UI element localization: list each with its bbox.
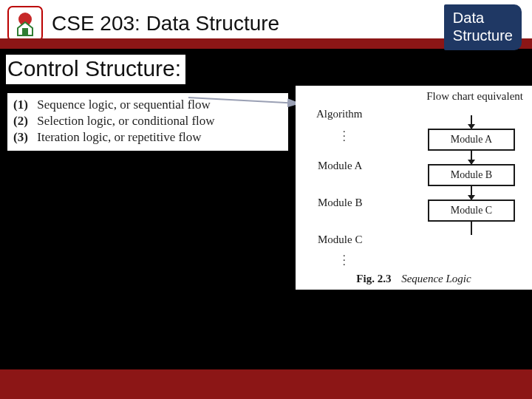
pointer-arrow-icon (188, 95, 307, 111)
flowchart-box: Module B (428, 164, 515, 186)
arrow-down-icon (471, 151, 472, 164)
list-number: (3) (13, 130, 34, 145)
algorithm-step: Module C (318, 233, 362, 246)
sequence-logic-figure: Flow chart equivalent Algorithm ... Modu… (296, 86, 532, 290)
figure-number: Fig. 2.3 (356, 273, 391, 284)
figure-title: Sequence Logic (401, 273, 471, 284)
university-logo-icon (7, 6, 43, 41)
algorithm-step: Module A (318, 160, 362, 172)
arrow-down-icon (471, 115, 472, 129)
slide: CSE 203: Data Structure Data Structure C… (0, 0, 532, 399)
flowchart-column: Module A Module B Module C (427, 115, 516, 235)
algorithm-step: Module B (318, 197, 362, 209)
flowchart-box: Module C (428, 200, 515, 222)
list-text: Sequence logic, or sequential flow (37, 98, 211, 112)
vertical-ellipsis-icon: ... (343, 127, 346, 140)
list-item: (3) Iteration logic, or repetitive flow (13, 130, 282, 145)
bottom-accent-bar (0, 369, 532, 399)
flowchart-box: Module A (428, 129, 515, 151)
svg-rect-2 (22, 28, 28, 35)
list-item: (2) Selection logic, or conditional flow (13, 114, 282, 129)
algorithm-header: Algorithm (316, 108, 363, 120)
svg-line-3 (188, 98, 299, 103)
flowchart-header: Flow chart equivalent (426, 90, 523, 103)
list-text: Iteration logic, or repetitive flow (37, 130, 201, 144)
course-title: CSE 203: Data Structure (52, 12, 279, 35)
list-number: (2) (13, 114, 34, 129)
list-number: (1) (13, 98, 34, 112)
arrow-tail-icon (471, 222, 472, 235)
figure-caption: Fig. 2.3 Sequence Logic (296, 273, 532, 285)
subject-badge: Data Structure (444, 4, 522, 50)
section-title: Control Structure: (6, 55, 185, 84)
vertical-ellipsis-icon: ... (343, 251, 346, 265)
list-text: Selection logic, or conditional flow (37, 114, 214, 128)
arrow-down-icon (471, 186, 472, 200)
